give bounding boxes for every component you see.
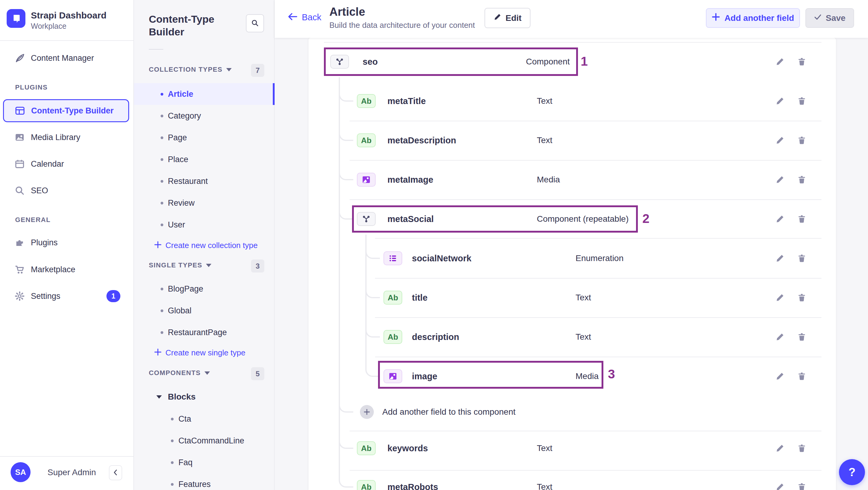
field-row-seo[interactable]: seo Component: [309, 42, 836, 81]
field-row-metaimage[interactable]: metaImage Media: [309, 160, 836, 199]
workspace-name: Workplace: [31, 22, 66, 31]
field-type: Enumeration: [576, 253, 624, 263]
single-type-restaurantpage[interactable]: RestaurantPage: [134, 321, 275, 343]
item-label: Article: [168, 90, 193, 99]
field-row-metarobots[interactable]: Ab metaRobots Text: [309, 467, 836, 490]
collection-type-category[interactable]: Category: [134, 105, 275, 127]
edit-field-button[interactable]: [773, 173, 787, 186]
media-field-icon: [383, 369, 402, 383]
field-row-socialnetwork[interactable]: socialNetwork Enumeration: [309, 239, 836, 278]
edit-field-button[interactable]: [773, 291, 787, 304]
edit-field-button[interactable]: [773, 441, 787, 455]
edit-button[interactable]: Edit: [485, 8, 530, 28]
bullet-icon: [161, 115, 163, 117]
edit-field-button[interactable]: [773, 134, 787, 147]
create-collection-type-link[interactable]: Create new collection type: [134, 236, 275, 255]
field-row-image[interactable]: image Media: [309, 357, 836, 396]
collection-type-place[interactable]: Place: [134, 149, 275, 170]
search-icon: [14, 185, 25, 196]
add-field-to-component-label: Add another field to this component: [382, 407, 516, 417]
delete-field-button[interactable]: [795, 212, 808, 226]
puzzle-icon: [14, 237, 25, 248]
item-label: Review: [168, 198, 195, 208]
bullet-icon: [161, 202, 163, 205]
collection-type-article[interactable]: Article: [134, 83, 275, 105]
sidebar-section-general: GENERAL: [15, 216, 51, 224]
field-type: Media: [537, 175, 560, 184]
component-features[interactable]: Features: [134, 473, 275, 490]
field-row-metatitle[interactable]: Ab metaTitle Text: [309, 81, 836, 121]
edit-field-button[interactable]: [773, 212, 787, 226]
delete-field-button[interactable]: [795, 55, 808, 68]
component-category-blocks[interactable]: Blocks: [134, 386, 275, 408]
add-another-field-button[interactable]: Add another field: [706, 8, 800, 28]
field-type: Media: [576, 371, 598, 381]
annotation-number-2: 2: [642, 211, 649, 226]
create-single-type-link[interactable]: Create new single type: [134, 343, 275, 362]
collection-type-user[interactable]: User: [134, 214, 275, 236]
field-name: title: [412, 293, 428, 303]
delete-field-button[interactable]: [795, 252, 808, 265]
single-type-blogpage[interactable]: BlogPage: [134, 278, 275, 300]
single-type-global[interactable]: Global: [134, 300, 275, 321]
delete-field-button[interactable]: [795, 94, 808, 108]
components-header[interactable]: COMPONENTS: [149, 369, 210, 377]
collection-type-review[interactable]: Review: [134, 192, 275, 214]
components-count-badge: 5: [251, 367, 264, 380]
delete-field-button[interactable]: [795, 291, 808, 304]
delete-field-button[interactable]: [795, 330, 808, 344]
single-types-header[interactable]: SINGLE TYPES: [149, 261, 211, 269]
field-row-title[interactable]: Ab title Text: [309, 278, 836, 317]
field-row-keywords[interactable]: Ab keywords Text: [309, 429, 836, 468]
page-header: Back Article Build the data architecture…: [275, 0, 868, 38]
bullet-icon: [161, 288, 163, 290]
collection-type-page[interactable]: Page: [134, 127, 275, 149]
divider: [0, 456, 134, 457]
collection-type-restaurant[interactable]: Restaurant: [134, 170, 275, 192]
sidebar-item-label: Calendar: [31, 159, 64, 169]
component-faq[interactable]: Faq: [134, 452, 275, 473]
component-cta[interactable]: Cta: [134, 408, 275, 430]
media-field-icon: [357, 173, 376, 187]
edit-field-button[interactable]: [773, 480, 787, 490]
field-type: Component: [526, 57, 570, 66]
field-row-metadescription[interactable]: Ab metaDescription Text: [309, 121, 836, 160]
edit-field-button[interactable]: [773, 252, 787, 265]
text-field-icon: Ab: [357, 480, 376, 490]
edit-field-button[interactable]: [773, 330, 787, 344]
text-field-icon: Ab: [357, 94, 376, 108]
sidebar-item-media-library[interactable]: Media Library: [0, 126, 134, 148]
sidebar-item-calendar[interactable]: Calendar: [0, 153, 134, 175]
collapse-sidebar-button[interactable]: [109, 465, 122, 480]
sidebar-item-content-type-builder[interactable]: Content-Type Builder: [3, 99, 129, 122]
sidebar-item-marketplace[interactable]: Marketplace: [0, 258, 134, 280]
page-subtitle: Build the data architecture of your cont…: [329, 21, 475, 30]
component-ctacommandline[interactable]: CtaCommandLine: [134, 430, 275, 452]
delete-field-button[interactable]: [795, 480, 808, 490]
avatar[interactable]: SA: [10, 462, 31, 482]
sidebar-item-seo[interactable]: SEO: [0, 180, 134, 202]
edit-field-button[interactable]: [773, 94, 787, 108]
sidebar-item-plugins[interactable]: Plugins: [0, 232, 134, 253]
fields-table: seo Component Ab metaTitle Text Ab metaD…: [309, 38, 836, 490]
field-row-metasocial[interactable]: metaSocial Component (repeatable): [309, 199, 836, 239]
single-types-count-badge: 3: [251, 259, 264, 273]
field-name: image: [412, 371, 437, 381]
sidebar-item-label: SEO: [31, 186, 48, 195]
delete-field-button[interactable]: [795, 134, 808, 147]
item-label: Category: [168, 111, 201, 121]
field-row-description[interactable]: Ab description Text: [309, 317, 836, 357]
delete-field-button[interactable]: [795, 441, 808, 455]
sidebar-item-content-manager[interactable]: Content Manager: [0, 47, 134, 69]
edit-field-button[interactable]: [773, 55, 787, 68]
search-button[interactable]: [246, 14, 264, 32]
delete-field-button[interactable]: [795, 370, 808, 383]
add-field-to-component-row[interactable]: Add another field to this component: [309, 392, 836, 432]
collection-types-header[interactable]: COLLECTION TYPES: [149, 66, 232, 73]
back-button[interactable]: Back: [287, 12, 321, 22]
check-icon: [814, 13, 822, 23]
save-button[interactable]: Save: [805, 8, 854, 28]
edit-field-button[interactable]: [773, 370, 787, 383]
delete-field-button[interactable]: [795, 173, 808, 186]
help-button[interactable]: ?: [839, 459, 865, 485]
